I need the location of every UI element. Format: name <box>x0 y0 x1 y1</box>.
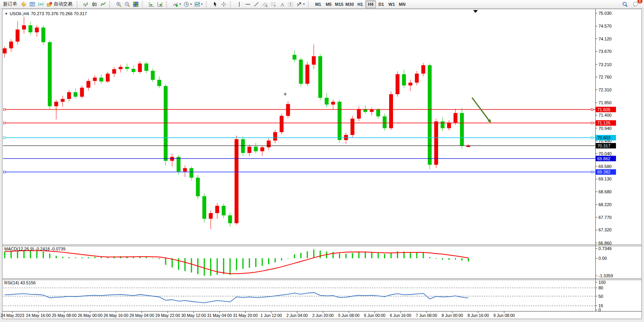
line-chart-icon <box>100 1 106 7</box>
macd-histogram-bar <box>184 258 186 271</box>
market-watch-icon <box>29 1 35 7</box>
candle <box>9 42 13 48</box>
chart-symbol-period: USOil-,H4 <box>10 11 29 16</box>
macd-histogram-bar <box>262 258 263 266</box>
candle <box>260 147 264 151</box>
candle <box>74 92 77 97</box>
time-tick-label: 6 Jun 16:00 <box>390 313 411 318</box>
candle <box>286 104 290 116</box>
candle <box>48 42 52 106</box>
candle <box>241 139 245 153</box>
candle <box>247 147 251 153</box>
macd-histogram-bar <box>313 250 314 258</box>
macd-histogram-bar <box>88 257 89 258</box>
signals-icon <box>38 1 44 7</box>
trendline-button[interactable] <box>252 0 261 8</box>
tf-w1-button[interactable]: W1 <box>386 0 397 8</box>
candle <box>370 110 374 112</box>
price-tick-label: 67.770 <box>598 215 612 220</box>
price-tick-label: 74.570 <box>598 24 612 28</box>
tf-h4-button[interactable]: H4 <box>365 0 376 8</box>
time-tick-label: 9 Jun 08:00 <box>493 313 515 318</box>
line-handle[interactable] <box>4 108 5 110</box>
candle <box>41 28 45 42</box>
line-handle[interactable] <box>591 171 593 173</box>
tf-d1-button[interactable]: D1 <box>376 0 386 8</box>
macd-histogram-bar <box>455 258 456 259</box>
line-handle[interactable] <box>4 137 5 139</box>
candle <box>177 157 181 172</box>
macd-histogram-bar <box>281 258 282 260</box>
candle <box>254 147 258 151</box>
macd-histogram-bar <box>416 252 418 258</box>
autotrading-button[interactable]: 自动交易 <box>45 0 75 8</box>
tf-m15-button[interactable]: M15 <box>334 0 344 8</box>
candle <box>428 65 432 165</box>
candle <box>106 74 110 81</box>
signals-button[interactable] <box>37 0 45 8</box>
tf-mn-button[interactable]: MN <box>397 0 407 8</box>
templates-button[interactable]: ▾ <box>193 0 204 8</box>
line-chart-button[interactable] <box>99 0 107 8</box>
line-handle[interactable] <box>4 122 5 124</box>
price-tick-label: 71.850 <box>598 100 612 105</box>
dropdown-caret-icon: ▾ <box>179 2 181 6</box>
macd-tick-label: -1.3359 <box>598 273 613 278</box>
macd-histogram-bar <box>178 258 179 270</box>
line-handle[interactable] <box>591 108 593 110</box>
text-label-button[interactable]: T <box>286 0 295 8</box>
periods-button[interactable]: ▾ <box>182 0 193 8</box>
candle <box>299 60 303 84</box>
market-watch-button[interactable] <box>28 0 37 8</box>
horizontal-line-button[interactable] <box>244 0 252 8</box>
rsi-tick-label: 100 <box>598 280 605 285</box>
chart-canvas[interactable]: 75.03074.57074.12073.67073.21072.76072.3… <box>0 0 644 322</box>
search-button[interactable] <box>621 0 629 8</box>
equidistant-channel-button[interactable]: E <box>261 0 269 8</box>
zoom-in-button[interactable] <box>114 0 123 8</box>
line-handle[interactable] <box>591 137 593 139</box>
candle <box>325 98 329 105</box>
macd-indicator-label: MACD(12,26,9) -0.2418 -0.0739 <box>4 247 65 251</box>
fibonacci-button[interactable]: F <box>269 0 278 8</box>
tile-windows-button[interactable] <box>132 0 140 8</box>
time-tick-label: 2 Jun 04:00 <box>286 313 308 318</box>
candle <box>164 86 168 161</box>
zoom-out-button[interactable] <box>123 0 132 8</box>
tf-h1-button[interactable]: H1 <box>355 0 365 8</box>
tf-m5-button[interactable]: M5 <box>323 0 334 8</box>
price-tick-label: 71.400 <box>598 113 612 117</box>
auto-scroll-button[interactable] <box>147 0 156 8</box>
cursor-button[interactable] <box>211 0 219 8</box>
candle <box>183 168 187 172</box>
collapse-triangle-icon[interactable]: ▼ <box>5 12 8 16</box>
macd-histogram-bar <box>17 250 18 258</box>
candle <box>209 213 213 219</box>
dropdown-caret-icon: ▾ <box>303 2 305 6</box>
indicators-button[interactable]: ▾ <box>171 0 182 8</box>
indicators-icon <box>172 1 179 7</box>
tf-m30-button[interactable]: M30 <box>344 0 355 8</box>
macd-tick-label: 0.00 <box>598 256 607 261</box>
bar-chart-button[interactable] <box>82 0 90 8</box>
macd-histogram-bar <box>30 250 31 258</box>
vertical-line-button[interactable] <box>235 0 244 8</box>
time-tick-label: 1 Jun 12:00 <box>261 313 282 318</box>
candle <box>409 83 412 86</box>
line-handle[interactable] <box>591 122 593 124</box>
candlestick-chart-button[interactable] <box>90 0 99 8</box>
tf-m1-button[interactable]: M1 <box>313 0 323 8</box>
new-order-button[interactable]: 新订单 <box>1 0 19 8</box>
macd-histogram-bar <box>339 254 340 258</box>
crosshair-button[interactable] <box>219 0 228 8</box>
arrows-button[interactable]: ▾ <box>295 0 306 8</box>
text-button[interactable]: A <box>278 0 286 8</box>
price-tick-label: 68.680 <box>598 189 612 194</box>
macd-histogram-bar <box>81 257 82 258</box>
line-handle[interactable] <box>4 171 5 173</box>
chart-shift-button[interactable] <box>156 0 164 8</box>
candle <box>196 178 200 196</box>
metaquotes-icon[interactable] <box>19 0 28 8</box>
candle <box>86 81 90 88</box>
cursor-icon <box>212 1 218 7</box>
